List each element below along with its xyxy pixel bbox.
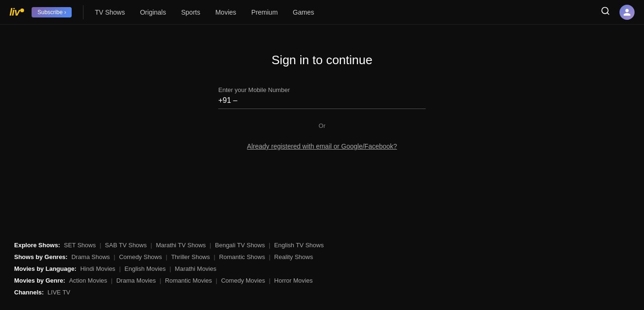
footer-label-channels: Channels: [14, 289, 44, 296]
footer-sep: | [216, 277, 217, 284]
footer-row-shows_by_genres: Shows by Genres:Drama Shows|Comedy Shows… [14, 253, 630, 260]
footer-link-sab-tv-shows[interactable]: SAB TV Shows [105, 242, 147, 249]
footer-row-movies_by_language: Movies by Language:Hindi Movies|English … [14, 265, 630, 272]
subscribe-button[interactable]: Subscribe › [32, 7, 72, 17]
footer-link-horror-movies[interactable]: Horror Movies [274, 277, 313, 284]
footer-link-comedy-movies[interactable]: Comedy Movies [221, 277, 265, 284]
search-icon[interactable] [601, 6, 610, 18]
footer-link-thriller-shows[interactable]: Thriller Shows [171, 253, 210, 260]
mobile-input-row: +91 – [218, 96, 426, 109]
sign-in-form: Enter your Mobile Number +91 – Or Alread… [218, 86, 426, 150]
country-code[interactable]: +91 – [218, 96, 237, 105]
footer-label-movies_by_language: Movies by Language: [14, 265, 76, 272]
nav-item-movies[interactable]: Movies [215, 8, 236, 16]
footer-row-explore_shows: Explore Shows:SET Shows|SAB TV Shows|Mar… [14, 242, 630, 249]
main-content: Sign in to continue Enter your Mobile Nu… [0, 25, 644, 150]
footer-sep: | [150, 242, 152, 249]
logo[interactable]: liv [9, 6, 24, 18]
already-registered-link[interactable]: Already registered with email or Google/… [247, 142, 397, 150]
header-divider [83, 5, 83, 19]
footer-link-romantic-movies[interactable]: Romantic Movies [165, 277, 212, 284]
footer-sep: | [269, 277, 270, 284]
footer-row-movies_by_genre: Movies by Genre:Action Movies|Drama Movi… [14, 277, 630, 284]
footer-link-romantic-shows[interactable]: Romantic Shows [219, 253, 265, 260]
sign-in-title: Sign in to continue [272, 53, 372, 67]
footer: Explore Shows:SET Shows|SAB TV Shows|Mar… [0, 232, 644, 310]
footer-link-drama-shows[interactable]: Drama Shows [71, 253, 110, 260]
footer-sep: | [119, 265, 121, 272]
footer-sep: | [159, 277, 161, 284]
footer-link-english-tv-shows[interactable]: English TV Shows [274, 242, 323, 249]
nav-item-originals[interactable]: Originals [140, 8, 166, 16]
footer-sep: | [210, 242, 211, 249]
footer-link-drama-movies[interactable]: Drama Movies [116, 277, 156, 284]
footer-link-marathi-movies[interactable]: Marathi Movies [175, 265, 216, 272]
mobile-label: Enter your Mobile Number [218, 86, 290, 93]
footer-link-bengali-tv-shows[interactable]: Bengali TV Shows [215, 242, 265, 249]
nav-item-tv-shows[interactable]: TV Shows [95, 8, 125, 16]
footer-sep: | [169, 265, 171, 272]
footer-sep: | [99, 242, 101, 249]
footer-link-english-movies[interactable]: English Movies [124, 265, 165, 272]
footer-sep: | [269, 253, 270, 260]
main-nav: TV ShowsOriginalsSportsMoviesPremiumGame… [95, 8, 601, 16]
footer-link-action-movies[interactable]: Action Movies [69, 277, 107, 284]
header: liv Subscribe › TV ShowsOriginalsSportsM… [0, 0, 644, 25]
footer-sep: | [269, 242, 270, 249]
footer-sep: | [111, 277, 112, 284]
footer-link-set-shows[interactable]: SET Shows [64, 242, 96, 249]
footer-link-live-tv[interactable]: LIVE TV [48, 289, 70, 296]
footer-label-explore_shows: Explore Shows: [14, 242, 60, 249]
footer-link-reality-shows[interactable]: Reality Shows [274, 253, 313, 260]
svg-line-1 [607, 13, 609, 15]
footer-label-movies_by_genre: Movies by Genre: [14, 277, 65, 284]
footer-sep: | [214, 253, 215, 260]
footer-link-hindi-movies[interactable]: Hindi Movies [80, 265, 115, 272]
footer-sep: | [114, 253, 115, 260]
mobile-input[interactable] [240, 96, 426, 105]
header-icons [601, 5, 635, 20]
logo-dot [20, 8, 24, 12]
footer-link-comedy-shows[interactable]: Comedy Shows [119, 253, 162, 260]
footer-link-marathi-tv-shows[interactable]: Marathi TV Shows [156, 242, 206, 249]
logo-text: liv [9, 6, 19, 18]
or-divider: Or [319, 122, 325, 129]
nav-item-games[interactable]: Games [293, 8, 314, 16]
footer-row-channels: Channels:LIVE TV [14, 289, 630, 296]
footer-label-shows_by_genres: Shows by Genres: [14, 253, 67, 260]
nav-item-sports[interactable]: Sports [181, 8, 200, 16]
footer-sep: | [166, 253, 167, 260]
profile-avatar[interactable] [619, 5, 635, 20]
nav-item-premium[interactable]: Premium [251, 8, 278, 16]
